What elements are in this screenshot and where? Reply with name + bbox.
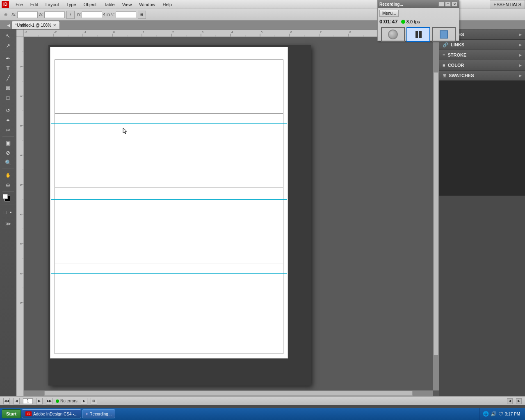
recording-pause-button[interactable] xyxy=(406,27,430,42)
menu-help[interactable]: Help xyxy=(159,1,175,8)
recording-body: Menu... 0:01:47 8.0 fps xyxy=(378,8,459,43)
scrollbar-vertical[interactable] xyxy=(433,37,439,390)
recording-maximize-button[interactable]: □ xyxy=(445,2,451,7)
recording-title-bar: Recording... _ □ ✕ xyxy=(378,0,459,8)
menu-edit[interactable]: Edit xyxy=(27,1,41,8)
swatches-panel-icon: ⊞ xyxy=(443,73,446,78)
recording-sphere-button[interactable] xyxy=(381,27,405,42)
tool-separator-4 xyxy=(2,169,14,169)
scissors-tool-button[interactable]: ✂ xyxy=(3,126,14,135)
table-row-divider-2 xyxy=(55,187,283,187)
w-input[interactable] xyxy=(44,11,65,18)
recording-stop-button[interactable] xyxy=(432,27,456,42)
zoom-tool-button[interactable]: ⊕ xyxy=(3,180,14,189)
panel-dark-area xyxy=(439,81,525,196)
recording-minimize-button[interactable]: _ xyxy=(438,2,444,7)
svg-text:-1: -1 xyxy=(84,31,86,34)
svg-text:2: 2 xyxy=(20,96,23,97)
rotate-tool-button[interactable]: ↺ xyxy=(3,106,14,115)
stroke-swatch[interactable] xyxy=(3,194,8,199)
svg-text:6: 6 xyxy=(290,31,292,34)
svg-text:-2: -2 xyxy=(54,31,57,34)
w-label: W: xyxy=(39,12,43,17)
pen-tool-button[interactable]: ✒ xyxy=(3,54,14,63)
links-button[interactable]: ⊞ xyxy=(91,398,97,404)
tab-close-button[interactable]: ✕ xyxy=(53,23,56,27)
direct-selection-tool-button[interactable]: ↗ xyxy=(3,41,14,50)
tool-separator-5 xyxy=(2,191,14,192)
color-swatches xyxy=(3,194,14,203)
color-panel-header[interactable]: ■ COLOR ▶ xyxy=(439,60,525,70)
svg-text:7: 7 xyxy=(320,31,322,34)
page-number-input[interactable]: 1 xyxy=(23,398,33,404)
menu-layout[interactable]: Layout xyxy=(42,1,62,8)
next-page-button[interactable]: ▶ xyxy=(36,398,43,404)
selection-tool-button[interactable]: ↖ xyxy=(3,31,14,40)
ruler-corner xyxy=(16,30,24,37)
fps-display: 8.0 fps xyxy=(401,19,420,24)
rectangle-frame-tool-button[interactable]: ⊠ xyxy=(3,83,14,92)
constraint-button[interactable]: ⋮ xyxy=(66,11,75,19)
scrollbar-horizontal[interactable] xyxy=(24,390,433,396)
fps-value: 8.0 fps xyxy=(406,19,420,24)
essentials-button[interactable]: ESSENTIALS xyxy=(490,0,525,9)
h-label: H: xyxy=(111,12,115,17)
rectangle-tool-button[interactable]: □ xyxy=(3,93,14,102)
scroll-right-button[interactable]: ▶ xyxy=(516,398,522,404)
expand-toolbar-button[interactable]: ≫ xyxy=(3,219,14,228)
document-tab[interactable]: *Untitled-1 @ 106% ✕ xyxy=(11,21,60,29)
menu-type[interactable]: Type xyxy=(63,1,80,8)
scroll-thumb-vertical[interactable] xyxy=(434,72,438,355)
error-dot xyxy=(56,399,59,403)
preview-view-button[interactable]: ▪ xyxy=(8,208,13,217)
constraint-button-2[interactable]: ⊟ xyxy=(138,11,146,19)
ruler-left: 1 2 3 4 5 6 7 8 9 xyxy=(16,37,24,396)
last-page-button[interactable]: ▶▶ xyxy=(46,398,52,404)
links-panel-arrow: ▶ xyxy=(519,43,522,47)
swatches-panel-header[interactable]: ⊞ SWATCHES ▶ xyxy=(439,71,525,80)
menu-file[interactable]: File xyxy=(12,1,26,8)
scroll-left-button[interactable]: ◀ xyxy=(507,398,513,404)
gradient-tool-button[interactable]: ▣ xyxy=(3,138,14,147)
canvas-scroll[interactable] xyxy=(24,37,439,396)
menu-view[interactable]: View xyxy=(119,1,135,8)
measure-tool-button[interactable]: 🔍 xyxy=(3,158,14,167)
system-tray: 🌐 🔊 🛡 3:17 PM xyxy=(479,408,523,420)
x-coord-group: Xi: W: xyxy=(11,11,65,18)
start-button[interactable]: Start xyxy=(2,409,21,418)
menu-object[interactable]: Object xyxy=(80,1,100,8)
stroke-panel-title: STROKE xyxy=(447,52,466,57)
line-tool-button[interactable]: ╱ xyxy=(3,73,14,82)
free-transform-button[interactable]: ✦ xyxy=(3,116,14,125)
x-input[interactable] xyxy=(17,11,38,18)
pause-bar-right xyxy=(419,31,422,38)
error-indicator: No errors xyxy=(56,399,78,403)
svg-text:8: 8 xyxy=(349,31,351,34)
recording-window-controls: _ □ ✕ xyxy=(438,2,457,7)
tab-prev-button[interactable]: ◀ xyxy=(6,21,11,29)
normal-view-button[interactable]: □ xyxy=(3,208,8,217)
prev-page-button[interactable]: ◀ xyxy=(13,398,20,404)
guide-line-1 xyxy=(51,123,287,124)
color-panel-title: COLOR xyxy=(448,63,464,68)
taskbar-recording[interactable]: ● Recording... xyxy=(82,409,115,418)
document-page xyxy=(50,47,288,358)
scroll-thumb-horizontal[interactable] xyxy=(44,391,413,396)
preflight-button[interactable]: ▶ xyxy=(81,398,87,404)
recording-menu-button[interactable]: Menu... xyxy=(379,10,399,17)
taskbar-id-icon: ID xyxy=(25,411,32,416)
y-input[interactable] xyxy=(82,11,102,18)
hand-tool-button[interactable]: ✋ xyxy=(3,171,14,180)
taskbar-indesign[interactable]: ID Adobe InDesign CS4 -... xyxy=(22,409,81,418)
eyedropper-tool-button[interactable]: ⊘ xyxy=(3,148,14,157)
menu-window[interactable]: Window xyxy=(136,1,158,8)
recording-close-button[interactable]: ✕ xyxy=(452,2,457,7)
menu-table[interactable]: Table xyxy=(100,1,118,8)
first-page-button[interactable]: ◀◀ xyxy=(3,398,10,404)
swatches-panel-section: ⊞ SWATCHES ▶ xyxy=(439,71,525,81)
canvas-area: -3 -2 -1 0 1 2 3 4 5 6 7 xyxy=(16,30,439,396)
type-tool-button[interactable]: T xyxy=(3,64,14,73)
stroke-panel-header[interactable]: ≡ STROKE ▶ xyxy=(439,50,525,60)
h-input[interactable] xyxy=(116,11,136,18)
swatches-panel-arrow: ▶ xyxy=(519,74,522,78)
